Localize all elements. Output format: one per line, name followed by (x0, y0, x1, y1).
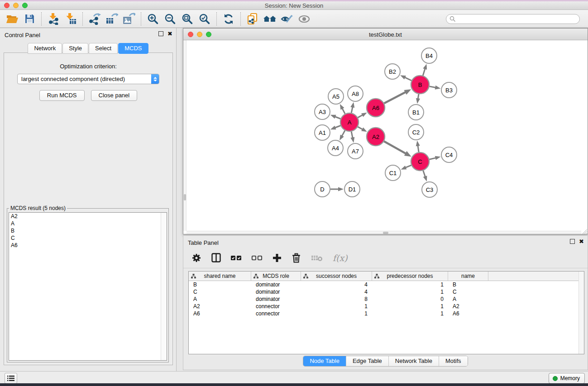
tab-style[interactable]: Style (62, 43, 88, 54)
edge-C-C3[interactable] (423, 171, 425, 177)
close-traffic-light[interactable] (4, 3, 10, 8)
mcds-result-item[interactable]: A2 (9, 213, 167, 220)
network-canvas[interactable]: B4B2BB3A8A5A6A3B1AA1C2A2A4A7C4CC1C3DD1 (186, 40, 585, 232)
cell-successor-nodes[interactable]: 1 (301, 310, 372, 317)
zoom-in-icon[interactable] (144, 11, 162, 27)
edge-C-C2[interactable] (418, 146, 419, 152)
cell-name[interactable]: A2 (448, 303, 488, 310)
open-folder-icon[interactable] (4, 11, 21, 27)
zoom-fit-icon[interactable] (179, 11, 196, 27)
edge-A2-C[interactable] (384, 141, 406, 153)
cell-shared-name[interactable]: A2 (189, 303, 251, 310)
export-image-icon[interactable] (120, 11, 138, 27)
import-table-icon[interactable] (62, 11, 79, 27)
cell-successor-nodes[interactable]: 1 (301, 303, 372, 310)
delete-column-icon[interactable] (292, 253, 301, 263)
tab-motifs[interactable]: Motifs (439, 356, 468, 366)
minimize-traffic-light[interactable] (13, 3, 19, 8)
tab-node-table[interactable]: Node Table (303, 356, 346, 366)
task-history-button[interactable] (5, 373, 17, 384)
edge-B-B1[interactable] (418, 94, 419, 99)
table-options-gear-icon[interactable] (191, 253, 201, 263)
show-columns-icon[interactable] (211, 253, 221, 262)
import-network-icon[interactable] (45, 11, 62, 27)
close-panel-icon[interactable]: ✖ (167, 31, 172, 36)
float-panel-icon[interactable] (158, 31, 163, 36)
table-row[interactable]: A2connector11A2 (189, 303, 584, 310)
cell-shared-name[interactable]: C (189, 289, 251, 295)
cell-name[interactable]: A (448, 296, 488, 302)
network-vertical-scrollbar[interactable] (183, 40, 186, 231)
tab-select[interactable]: Select (89, 43, 118, 54)
cell-name[interactable]: B (448, 281, 488, 288)
home-layout-icon[interactable] (261, 11, 278, 27)
column-header-name[interactable]: name (448, 272, 488, 281)
cell-shared-name[interactable]: B (189, 281, 251, 288)
cell-shared-name[interactable]: A (189, 296, 251, 302)
cell-MCDS-role[interactable]: connector (251, 303, 301, 310)
zoom-out-icon[interactable] (162, 11, 179, 27)
network-horizontal-scrollbar[interactable] (186, 231, 581, 234)
table-row[interactable]: Adominator80A (189, 295, 584, 303)
cell-predecessor-nodes[interactable]: 1 (372, 289, 448, 295)
cell-MCDS-role[interactable]: dominator (251, 281, 301, 288)
cell-name[interactable]: C (448, 289, 488, 295)
run-mcds-button[interactable]: Run MCDS (39, 90, 85, 101)
column-header-predecessor-nodes[interactable]: predecessor nodes (372, 272, 448, 281)
edge-B-B3[interactable] (430, 86, 436, 88)
edge-A6-B[interactable] (384, 92, 406, 104)
add-column-icon[interactable] (272, 253, 282, 262)
zoom-selected-icon[interactable] (196, 11, 213, 27)
apply-function-icon[interactable]: f(x) (333, 253, 348, 263)
resize-grip-icon[interactable] (581, 228, 587, 234)
tab-edge-table[interactable]: Edge Table (346, 356, 388, 366)
table-row[interactable]: Cdominator41C (189, 288, 584, 295)
cell-MCDS-role[interactable]: dominator (251, 289, 301, 295)
edge-A-A4[interactable] (342, 130, 345, 136)
table-row[interactable]: A6connector11A6 (189, 310, 584, 317)
table-close-panel-icon[interactable]: ✖ (579, 239, 584, 244)
mcds-list-scrollbar[interactable] (161, 213, 167, 360)
column-header-shared-name[interactable]: shared name (189, 272, 251, 281)
cell-predecessor-nodes[interactable]: 0 (372, 296, 448, 302)
column-header-MCDS-role[interactable]: MCDS role (251, 272, 301, 281)
edge-A-A8[interactable] (351, 107, 353, 113)
criterion-select[interactable]: largest connected component (directed) (17, 74, 159, 84)
cell-predecessor-nodes[interactable]: 1 (372, 281, 448, 288)
refresh-layout-icon[interactable] (220, 11, 237, 27)
search-input[interactable] (446, 14, 580, 24)
cell-predecessor-nodes[interactable]: 1 (372, 303, 448, 310)
cell-MCDS-role[interactable]: connector (251, 310, 301, 317)
tab-mcds[interactable]: MCDS (118, 43, 148, 54)
cell-predecessor-nodes[interactable]: 1 (372, 310, 448, 317)
edge-A-A5[interactable] (342, 109, 345, 114)
edge-A-A7[interactable] (351, 132, 353, 138)
tab-network-table[interactable]: Network Table (388, 356, 439, 366)
graphics-details-icon[interactable] (278, 11, 296, 27)
clone-network-icon[interactable] (244, 11, 261, 27)
table-float-panel-icon[interactable] (570, 239, 575, 244)
mcds-result-item[interactable]: A6 (9, 242, 167, 249)
select-all-columns-icon[interactable] (231, 255, 242, 261)
column-header-successor-nodes[interactable]: successor nodes (301, 272, 372, 281)
edge-B-B2[interactable] (405, 77, 411, 81)
edge-A-A2[interactable] (358, 127, 363, 129)
edge-A-A3[interactable] (335, 117, 340, 119)
maximize-traffic-light[interactable] (22, 3, 28, 8)
cell-successor-nodes[interactable]: 8 (301, 296, 372, 302)
export-network-icon[interactable] (86, 11, 103, 27)
network-window-titlebar[interactable]: testGlobe.txt (183, 29, 588, 40)
table-row[interactable]: Bdominator41B (189, 281, 584, 288)
export-table-icon[interactable] (103, 11, 120, 27)
tab-network[interactable]: Network (28, 43, 62, 54)
edge-C-C1[interactable] (406, 165, 411, 167)
deselect-all-columns-icon[interactable] (252, 255, 263, 261)
cell-MCDS-role[interactable]: dominator (251, 296, 301, 302)
edge-A-A6[interactable] (358, 115, 363, 118)
cell-name[interactable]: A6 (448, 310, 488, 317)
memory-button[interactable]: Memory (549, 373, 585, 384)
delete-table-icon[interactable] (311, 254, 323, 262)
cell-shared-name[interactable]: A6 (189, 310, 251, 317)
mcds-result-item[interactable]: B (9, 227, 167, 234)
cell-successor-nodes[interactable]: 4 (301, 289, 372, 295)
